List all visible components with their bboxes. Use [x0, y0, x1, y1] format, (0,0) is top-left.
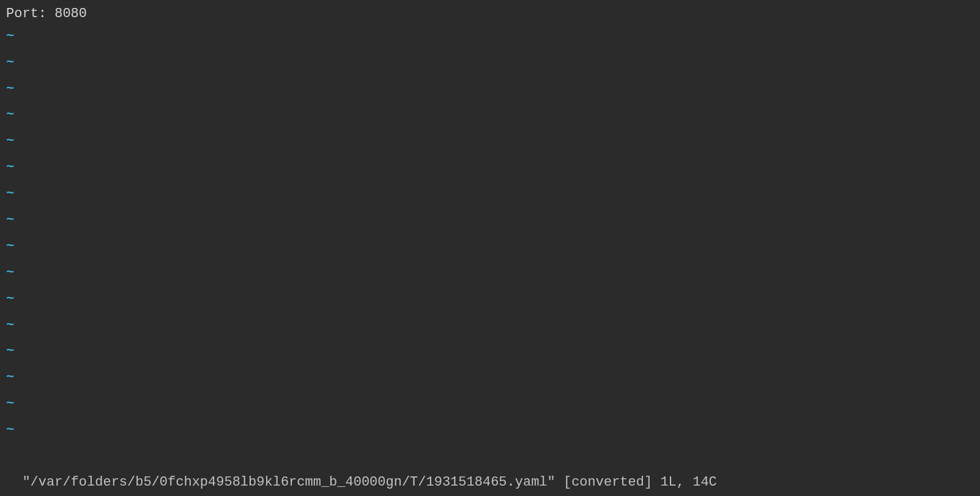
- empty-line-tilde: ~: [6, 181, 974, 208]
- empty-line-tilde: ~: [6, 365, 974, 391]
- empty-line-tilde: ~: [6, 313, 974, 339]
- file-content-line: Port: 8080: [6, 5, 974, 24]
- empty-line-tilde: ~: [6, 208, 974, 234]
- status-position: 1L, 14C: [660, 475, 716, 490]
- empty-line-tilde: ~: [6, 391, 974, 418]
- status-flags: [converted]: [563, 475, 652, 490]
- empty-line-tilde: ~: [6, 418, 974, 444]
- empty-lines-container: ~~~~~~~~~~~~~~~~: [6, 24, 974, 444]
- empty-line-tilde: ~: [6, 260, 974, 287]
- editor-area[interactable]: Port: 8080 ~~~~~~~~~~~~~~~~: [0, 0, 980, 456]
- empty-line-tilde: ~: [6, 339, 974, 365]
- status-file-path: "/var/folders/b5/0fchxp4958lb9kl6rcmm_b_…: [22, 475, 555, 490]
- empty-line-tilde: ~: [6, 287, 974, 313]
- empty-line-tilde: ~: [6, 102, 974, 129]
- status-line: "/var/folders/b5/0fchxp4958lb9kl6rcmm_b_…: [0, 456, 980, 496]
- empty-line-tilde: ~: [6, 155, 974, 181]
- empty-line-tilde: ~: [6, 129, 974, 155]
- empty-line-tilde: ~: [6, 24, 974, 50]
- empty-line-tilde: ~: [6, 234, 974, 260]
- empty-line-tilde: ~: [6, 77, 974, 103]
- empty-line-tilde: ~: [6, 50, 974, 77]
